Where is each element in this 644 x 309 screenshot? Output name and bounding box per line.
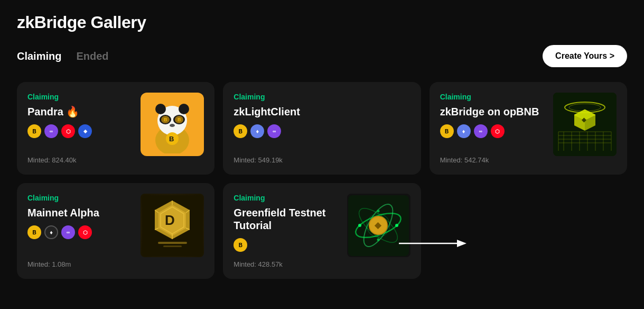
svg-point-3 — [179, 104, 189, 114]
svg-point-55 — [358, 224, 361, 227]
chain-icon-link5: ∞ — [61, 225, 75, 239]
chain-icon-bnb4: B — [27, 225, 41, 239]
chain-icon-bnb: B — [27, 124, 41, 138]
card-zklightclient[interactable]: Claiming zkLightClient B ♦ ∞ Minted: 549… — [223, 82, 421, 175]
card-status-zklightclient: Claiming — [234, 93, 410, 101]
chain-icon-eth3: ♦ — [44, 225, 58, 239]
gallery-grid: Claiming Pandra 🔥 B ∞ ⬡ ◆ — [17, 82, 627, 279]
chain-icon-bnb2: B — [234, 124, 247, 138]
card-icons-zklightclient: B ♦ ∞ — [234, 124, 410, 138]
card-status-pandra: Claiming — [27, 93, 134, 101]
card-icons-zkbridge: B ♦ ∞ ⬡ — [440, 124, 553, 138]
chain-icon-op: ⬡ — [61, 124, 75, 138]
svg-point-56 — [395, 224, 398, 227]
card-title-zkbridge: zkBridge on opBNB — [440, 105, 553, 118]
chain-icon-link3: ∞ — [267, 124, 281, 138]
card-title-pandra: Pandra 🔥 — [27, 105, 134, 118]
card-zkbridge-opbnb[interactable]: Claiming zkBridge on opBNB B ♦ ∞ ⬡ — [430, 82, 627, 175]
svg-text:D: D — [165, 212, 175, 228]
chain-icon-bnb3: B — [440, 124, 454, 138]
card-icons-pandra: B ∞ ⬡ ◆ — [27, 124, 134, 138]
tabs: Claiming Ended — [17, 49, 109, 63]
card-mainnet-alpha[interactable]: Claiming Mainnet Alpha B ♦ ∞ ⬡ — [17, 183, 214, 279]
card-icons-mainnet: B ♦ ∞ ⬡ — [27, 225, 141, 239]
svg-rect-44 — [158, 242, 187, 244]
svg-text:B: B — [164, 117, 167, 122]
card-greenfield[interactable]: Claiming Greenfield Testnet Tutorial B — [223, 183, 421, 279]
create-yours-button[interactable]: Create Yours > — [543, 45, 627, 67]
chain-icon-link4: ∞ — [474, 124, 488, 138]
card-image-greenfield: ◆ — [347, 194, 410, 257]
chain-icon-eth2: ♦ — [457, 124, 471, 138]
header-row: Claiming Ended Create Yours > — [17, 45, 627, 67]
svg-point-58 — [377, 238, 380, 241]
svg-text:B: B — [178, 117, 181, 122]
chain-icon-op2: ⬡ — [491, 124, 505, 138]
chain-icon-op3: ⬡ — [78, 225, 92, 239]
card-status-zkbridge: Claiming — [440, 93, 553, 101]
chain-icon-link: ∞ — [44, 124, 58, 138]
card-status-mainnet: Claiming — [27, 194, 141, 202]
card-minted-greenfield: Minted: 428.57k — [234, 260, 410, 268]
card-minted-zklightclient: Minted: 549.19k — [234, 156, 410, 164]
card-status-greenfield: Claiming — [234, 194, 347, 202]
card-image-pandra: B B B — [141, 93, 204, 156]
card-title-zklightclient: zkLightClient — [234, 105, 410, 118]
card-minted-pandra: Minted: 824.40k — [27, 156, 204, 164]
card-image-zkbridge: ◆ — [553, 93, 617, 156]
svg-point-57 — [377, 210, 380, 212]
svg-point-10 — [170, 124, 175, 127]
chain-icon-eth: ♦ — [250, 124, 264, 138]
svg-text:◆: ◆ — [581, 116, 586, 123]
card-image-mainnet: D — [141, 194, 204, 257]
card-title-mainnet: Mainnet Alpha — [27, 206, 141, 219]
card-minted-mainnet: Minted: 1.08m — [27, 260, 204, 268]
chain-icon-bnb5: B — [234, 238, 247, 252]
svg-text:B: B — [169, 135, 174, 143]
card-title-greenfield: Greenfield Testnet Tutorial — [234, 206, 339, 232]
card-icons-greenfield: B — [234, 238, 347, 252]
card-pandra[interactable]: Claiming Pandra 🔥 B ∞ ⬡ ◆ — [17, 82, 214, 175]
tab-claiming[interactable]: Claiming — [17, 49, 61, 63]
tab-ended[interactable]: Ended — [76, 49, 108, 63]
svg-text:◆: ◆ — [374, 221, 382, 230]
card-minted-zkbridge: Minted: 542.74k — [440, 156, 617, 164]
svg-rect-45 — [163, 246, 182, 247]
page-title: zkBridge Gallery — [17, 13, 627, 32]
chain-icon-link2: ◆ — [78, 124, 92, 138]
svg-point-2 — [155, 104, 166, 114]
